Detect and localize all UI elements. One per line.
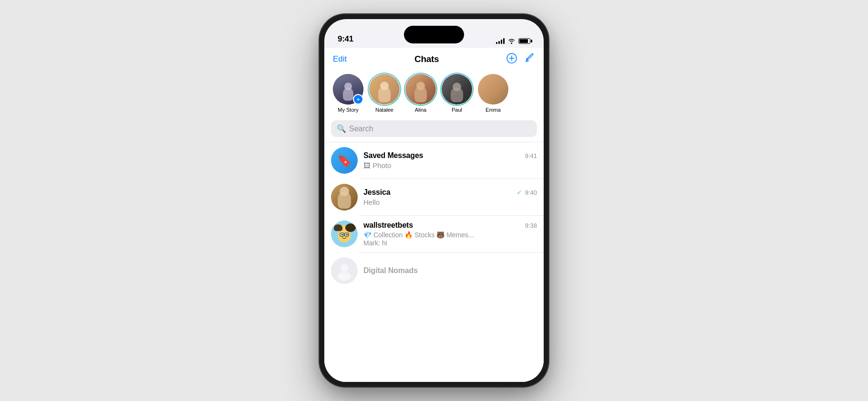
avatar-wallstreetbets xyxy=(331,221,358,247)
add-contact-icon[interactable] xyxy=(506,53,517,65)
avatar-paul xyxy=(442,74,472,105)
app-content: Edit Chats xyxy=(324,48,544,382)
chat-info-jessica: Jessica ✓ 9:40 Hello xyxy=(363,188,537,206)
signal-icon xyxy=(496,38,505,44)
add-story-badge: + xyxy=(353,94,363,105)
read-checkmark-jessica: ✓ xyxy=(517,189,522,196)
chat-preview-jessica: Hello xyxy=(363,198,380,206)
story-natalee[interactable]: Natalee xyxy=(366,74,403,113)
nav-actions xyxy=(506,53,535,65)
battery-icon xyxy=(518,38,530,44)
chat-info-saved-messages: Saved Messages 9:41 🖼 Photo xyxy=(363,151,537,169)
svg-point-7 xyxy=(338,229,351,243)
wsb-cartoon-icon xyxy=(331,221,358,247)
chat-item-saved-messages[interactable]: 🔖 Saved Messages 9:41 🖼 Photo xyxy=(324,142,544,179)
svg-rect-6 xyxy=(340,225,349,229)
story-label-natalee: Natalee xyxy=(375,107,393,113)
tag-stocks: 🔥 Stocks xyxy=(404,231,434,239)
edit-button[interactable]: Edit xyxy=(333,54,347,64)
chat-item-wallstreetbets[interactable]: wallstreetbets 9:38 💎 Collection 🔥 Stock… xyxy=(324,216,544,252)
story-label-emma: Emma xyxy=(486,107,501,113)
svg-point-16 xyxy=(341,264,348,272)
fade-overlay xyxy=(324,325,544,382)
chat-info-digital-nomads: Digital Nomads xyxy=(363,266,537,275)
story-emma[interactable]: Emma xyxy=(475,74,511,113)
avatar-saved-messages: 🔖 xyxy=(331,147,358,174)
story-paul[interactable]: Paul xyxy=(439,74,475,113)
chat-name-wallstreetbets: wallstreetbets xyxy=(363,221,413,230)
story-label-alina: Alina xyxy=(415,107,426,113)
tag-collection: 💎 Collection xyxy=(363,231,403,239)
chat-time-wallstreetbets: 9:38 xyxy=(525,222,537,229)
chat-item-jessica[interactable]: Jessica ✓ 9:40 Hello xyxy=(324,179,544,215)
page-title: Chats xyxy=(414,54,439,64)
chat-tags-wallstreetbets: 💎 Collection 🔥 Stocks 🐻 Memes... xyxy=(363,231,537,239)
stories-row: + My Story Natalee xyxy=(324,70,544,118)
digital-nomads-icon xyxy=(331,257,358,284)
svg-point-17 xyxy=(338,272,351,281)
phone-screen: 9:41 xyxy=(324,19,544,382)
wifi-icon xyxy=(507,38,516,44)
navigation-bar: Edit Chats xyxy=(324,48,544,70)
svg-point-0 xyxy=(511,42,512,44)
avatar-emma xyxy=(478,74,508,105)
chat-name-saved-messages: Saved Messages xyxy=(363,151,423,160)
chat-item-digital-nomads[interactable]: Digital Nomads xyxy=(324,253,544,289)
avatar-jessica xyxy=(331,184,358,211)
chat-time-saved-messages: 9:41 xyxy=(525,152,537,159)
chat-sub-preview-wsb: Mark: hi xyxy=(363,239,537,247)
status-time: 9:41 xyxy=(338,34,353,44)
chat-time-jessica: 9:40 xyxy=(525,189,537,196)
chat-name-digital-nomads: Digital Nomads xyxy=(363,266,418,274)
avatar-alina xyxy=(405,74,436,105)
svg-point-11 xyxy=(346,234,348,236)
story-label-paul: Paul xyxy=(452,107,462,113)
svg-point-10 xyxy=(341,234,343,236)
status-icons xyxy=(496,38,530,44)
dynamic-island xyxy=(404,26,464,43)
story-label-my-story: My Story xyxy=(338,107,358,113)
chat-name-jessica: Jessica xyxy=(363,188,390,197)
chat-list: 🔖 Saved Messages 9:41 🖼 Photo xyxy=(324,142,544,289)
search-icon: 🔍 xyxy=(337,124,346,133)
search-bar-wrapper: 🔍 Search xyxy=(324,118,544,142)
story-my-story[interactable]: + My Story xyxy=(330,74,366,113)
avatar-digital-nomads xyxy=(331,257,358,284)
tag-memes: 🐻 Memes... xyxy=(436,231,474,239)
story-alina[interactable]: Alina xyxy=(403,74,439,113)
phone-frame: 9:41 xyxy=(320,14,548,387)
compose-icon[interactable] xyxy=(525,53,535,65)
chat-info-wallstreetbets: wallstreetbets 9:38 💎 Collection 🔥 Stock… xyxy=(363,221,537,247)
bookmark-icon: 🔖 xyxy=(337,153,352,168)
avatar-natalee xyxy=(369,74,400,105)
search-placeholder: Search xyxy=(349,125,373,133)
search-bar[interactable]: 🔍 Search xyxy=(331,120,537,137)
chat-preview-saved-messages: 🖼 Photo xyxy=(363,161,391,169)
